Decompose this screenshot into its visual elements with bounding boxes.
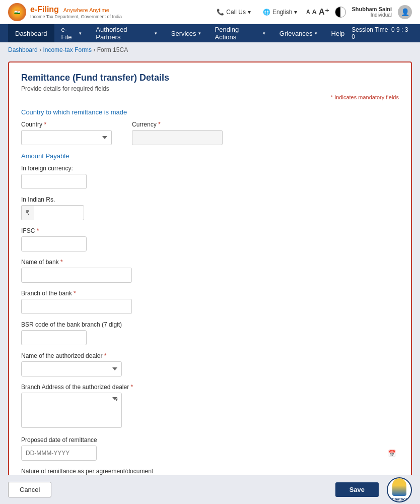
contrast-button[interactable] xyxy=(335,7,346,18)
branch-address-input[interactable] xyxy=(21,393,122,428)
font-large-button[interactable]: A⁺ xyxy=(319,7,329,17)
breadcrumb-sep2: › xyxy=(93,46,97,53)
bank-name-input[interactable] xyxy=(21,268,132,283)
proposed-date-input[interactable] xyxy=(21,446,97,461)
phone-icon: 📞 xyxy=(217,9,224,16)
date-input-wrap: 📅 xyxy=(21,446,399,461)
form-card: Remittance (Fund transfer) Details Provi… xyxy=(8,61,412,504)
rupee-symbol: ₹ xyxy=(21,205,34,220)
bank-branch-label: Branch of the bank * xyxy=(21,290,399,297)
bank-branch-group: Branch of the bank * xyxy=(21,290,399,314)
nav-pending-actions[interactable]: Pending Actions ▾ xyxy=(208,24,272,42)
authorized-dealer-select[interactable] xyxy=(21,361,122,376)
user-name: Shubham Saini xyxy=(352,6,392,12)
bank-name-group: Name of bank * xyxy=(21,259,399,283)
breadcrumb-form15ca: Form 15CA xyxy=(97,46,128,53)
foreign-currency-group: In foreign currency: xyxy=(21,165,399,189)
language-button[interactable]: 🌐 English ▾ xyxy=(260,7,300,17)
nav-services-label: Services xyxy=(171,30,196,37)
indian-rs-input[interactable] xyxy=(34,205,84,220)
user-type: Individual xyxy=(371,12,392,18)
nav-authorised-partners[interactable]: Authorised Partners ▾ xyxy=(89,24,164,42)
chatbot-figure xyxy=(392,478,406,496)
logo-e: e- xyxy=(30,5,37,14)
nav-grievances-label: Grievances xyxy=(279,30,313,37)
amount-payable-title: Amount Payable xyxy=(21,152,399,160)
logo-area: 🇮🇳 e-Filing Anywhere Anytime Income Tax … xyxy=(8,3,122,21)
logo-subtitle: Income Tax Department, Government of Ind… xyxy=(30,14,122,20)
ifsc-label: IFSC * xyxy=(21,227,399,234)
font-small-button[interactable]: A xyxy=(306,9,310,15)
breadcrumb-income-tax-forms[interactable]: Income-tax Forms xyxy=(43,46,92,53)
nav-grievances[interactable]: Grievances ▾ xyxy=(272,24,324,42)
currency-input xyxy=(132,130,223,145)
avatar: 👤 xyxy=(398,5,412,19)
logo-tagline: Anywhere Anytime xyxy=(63,7,109,13)
currency-label: Currency * xyxy=(132,121,233,128)
bsr-input[interactable] xyxy=(21,330,87,345)
chatbot-label: Chatbot xyxy=(392,497,407,501)
cancel-button[interactable]: Cancel xyxy=(8,482,51,497)
nav-dashboard[interactable]: Dashboard xyxy=(8,24,54,42)
language-caret: ▾ xyxy=(294,9,297,16)
call-us-label: Call Us xyxy=(226,9,246,16)
nav-grievances-caret: ▾ xyxy=(315,31,317,36)
country-select[interactable] xyxy=(21,130,112,145)
page-subtitle: Provide details for required fields xyxy=(21,85,399,92)
nav-services[interactable]: Services ▾ xyxy=(164,24,208,42)
country-currency-row: Country * Currency * xyxy=(21,121,399,145)
ifsc-input[interactable] xyxy=(21,236,87,251)
session-label: Session Time xyxy=(352,26,388,33)
proposed-date-group: Proposed date of remittance 📅 xyxy=(21,436,399,461)
nav-help-label: Help xyxy=(331,30,345,37)
indian-rs-group: In Indian Rs. ₹ xyxy=(21,196,399,220)
footer: Cancel Save Chatbot xyxy=(0,475,420,504)
country-label: Country * xyxy=(21,121,122,128)
foreign-currency-input[interactable] xyxy=(21,174,87,189)
mandatory-note: * Indicates mandatory fields xyxy=(21,94,399,100)
session-time: Session Time 0 9 : 3 0 xyxy=(352,26,412,40)
page-title: Remittance (Fund transfer) Details xyxy=(21,73,399,83)
calendar-icon[interactable]: 📅 xyxy=(388,450,396,457)
logo-title: e-Filing Anywhere Anytime xyxy=(30,5,122,14)
currency-group: Currency * xyxy=(132,121,233,145)
authorized-dealer-label: Name of the authorized dealer * xyxy=(21,352,399,359)
nature-label: Nature of remittance as per agreement/do… xyxy=(21,468,399,475)
proposed-date-label: Proposed date of remittance xyxy=(21,436,399,444)
chatbot-button[interactable]: Chatbot xyxy=(387,477,412,502)
nav-services-caret: ▾ xyxy=(198,31,201,36)
indian-rs-label: In Indian Rs. xyxy=(21,196,399,203)
bsr-group: BSR code of the bank branch (7 digit) xyxy=(21,321,399,345)
branch-address-group: Branch Address of the authorized dealer … xyxy=(21,384,399,429)
section-country-title: Country to which remittance is made xyxy=(21,108,399,116)
main-content: Remittance (Fund transfer) Details Provi… xyxy=(0,57,420,504)
nav-efile-label: e-File xyxy=(61,26,78,41)
logo-text: e-Filing Anywhere Anytime Income Tax Dep… xyxy=(30,5,122,20)
nav-authorised-partners-label: Authorised Partners xyxy=(96,26,152,41)
authorized-dealer-group: Name of the authorized dealer * xyxy=(21,352,399,376)
bank-name-label: Name of bank * xyxy=(21,259,399,266)
bsr-label: BSR code of the bank branch (7 digit) xyxy=(21,321,399,328)
branch-address-label: Branch Address of the authorized dealer … xyxy=(21,384,399,391)
nav-dashboard-label: Dashboard xyxy=(15,30,47,37)
call-us-button[interactable]: 📞 Call Us ▾ xyxy=(214,7,254,17)
nav-help[interactable]: Help xyxy=(324,24,352,42)
font-size-controls: A A A⁺ xyxy=(306,7,328,17)
globe-icon: 🌐 xyxy=(263,9,270,16)
bank-branch-input[interactable] xyxy=(21,299,132,314)
nav-pending-actions-label: Pending Actions xyxy=(215,26,261,41)
foreign-currency-label: In foreign currency: xyxy=(21,165,399,172)
user-info: Shubham Saini Individual xyxy=(352,6,392,18)
save-button[interactable]: Save xyxy=(335,482,379,497)
rupee-prefix: ₹ xyxy=(21,205,399,220)
nav-efile-caret: ▾ xyxy=(79,31,82,36)
call-us-caret: ▾ xyxy=(248,9,251,16)
top-header: 🇮🇳 e-Filing Anywhere Anytime Income Tax … xyxy=(0,0,420,24)
breadcrumb-dashboard[interactable]: Dashboard xyxy=(8,46,38,53)
language-label: English xyxy=(272,9,292,16)
country-group: Country * xyxy=(21,121,122,145)
nav-authorised-partners-caret: ▾ xyxy=(155,31,157,36)
font-medium-button[interactable]: A xyxy=(312,8,317,16)
nav-efile[interactable]: e-File ▾ xyxy=(54,24,89,42)
header-right: 📞 Call Us ▾ 🌐 English ▾ A A A⁺ Shubham S… xyxy=(214,5,412,19)
